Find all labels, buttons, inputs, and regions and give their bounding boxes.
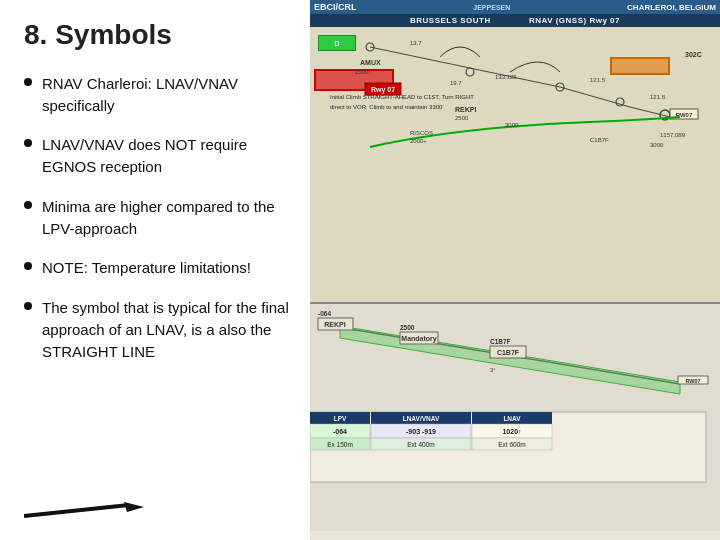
svg-point-8 [616, 98, 624, 106]
svg-text:C1B7F: C1B7F [490, 338, 511, 345]
svg-text:3000: 3000 [505, 122, 519, 128]
svg-text:2500: 2500 [455, 115, 469, 121]
svg-point-9 [660, 110, 670, 120]
bullet-dot [24, 201, 32, 209]
svg-rect-10 [670, 109, 698, 119]
bottom-arrow [24, 492, 292, 520]
svg-text:3000: 3000 [650, 142, 664, 148]
svg-rect-60 [310, 438, 370, 450]
bullet-text: The symbol that is typical for the final… [42, 297, 292, 362]
chart-location: CHARLEROI, BELGIUM [627, 3, 716, 12]
svg-text:121.8: 121.8 [650, 94, 666, 100]
svg-marker-34 [340, 326, 680, 394]
svg-rect-35 [678, 376, 708, 384]
svg-text:121.5: 121.5 [590, 77, 606, 83]
svg-line-3 [560, 87, 630, 107]
chart-profile-svg: RW07 REKPI Mandatory C1B7F -064 2500 C1B… [310, 304, 720, 531]
bullet-list: RNAV Charleroi: LNAV/VNAV specifically L… [24, 73, 292, 492]
svg-text:1157.089: 1157.089 [660, 132, 686, 138]
list-item: The symbol that is typical for the final… [24, 297, 292, 362]
svg-point-5 [366, 43, 374, 51]
svg-text:Mandatory: Mandatory [401, 335, 437, 343]
list-item: RNAV Charleroi: LNAV/VNAV specifically [24, 73, 292, 117]
svg-text:AMUX: AMUX [360, 59, 381, 66]
svg-marker-1 [124, 502, 144, 512]
svg-rect-62 [371, 438, 471, 450]
svg-text:-903   -919: -903 -919 [406, 428, 436, 435]
svg-text:19.7: 19.7 [450, 80, 462, 86]
svg-rect-41 [490, 346, 526, 358]
svg-point-6 [466, 68, 474, 76]
bullet-text: Minima are higher compared to the LPV-ap… [42, 196, 292, 240]
list-item: Minima are higher compared to the LPV-ap… [24, 196, 292, 240]
chart-title-bar: BRUSSELS SOUTH RNAV (GNSS) Rwy 07 [310, 14, 720, 27]
svg-text:LPV: LPV [334, 415, 347, 422]
svg-line-4 [630, 107, 670, 117]
svg-rect-37 [318, 318, 353, 330]
svg-text:REKPI: REKPI [324, 321, 345, 328]
svg-text:2500: 2500 [400, 324, 415, 331]
red-highlight-box [314, 69, 394, 91]
chart-rnav-label: RNAV (GNSS) Rwy 07 [529, 16, 620, 25]
svg-text:LNAV/VNAV: LNAV/VNAV [403, 415, 440, 422]
svg-line-2 [370, 47, 560, 87]
svg-rect-50 [371, 412, 471, 424]
green-d-box: D [318, 35, 356, 51]
svg-text:direct to VOR. Climb to and ma: direct to VOR. Climb to and maintain 330… [330, 104, 444, 110]
list-item: NOTE: Temperature limitations! [24, 257, 292, 279]
svg-rect-54 [310, 424, 370, 438]
bullet-text: RNAV Charleroi: LNAV/VNAV specifically [42, 73, 292, 117]
svg-rect-39 [400, 332, 438, 344]
svg-line-0 [24, 505, 129, 516]
svg-text:133.125: 133.125 [495, 74, 517, 80]
chart-bottom-section: RW07 REKPI Mandatory C1B7F -064 2500 C1B… [310, 304, 720, 531]
svg-rect-58 [472, 424, 552, 438]
svg-text:302C: 302C [685, 51, 702, 58]
svg-text:RISCOS: RISCOS [410, 130, 433, 136]
svg-text:-064: -064 [318, 310, 331, 317]
svg-text:Ext 600m: Ext 600m [498, 441, 525, 448]
svg-text:1020↑: 1020↑ [502, 428, 521, 435]
svg-rect-56 [371, 424, 471, 438]
page-title: 8. Symbols [24, 20, 292, 51]
chart-header: EBCI/CRL JEPPESEN CHARLEROI, BELGIUM [310, 0, 720, 14]
svg-line-33 [320, 324, 680, 384]
right-panel: EBCI/CRL JEPPESEN CHARLEROI, BELGIUM BRU… [310, 0, 720, 540]
svg-text:REKPI: REKPI [455, 106, 476, 113]
list-item: LNAV/VNAV does NOT require EGNOS recepti… [24, 134, 292, 178]
left-panel: 8. Symbols RNAV Charleroi: LNAV/VNAV spe… [0, 0, 310, 540]
chart-airline-code: EBCI/CRL [314, 2, 357, 12]
svg-text:Initial Climb STRAIGHT-AHEAD t: Initial Climb STRAIGHT-AHEAD to C1ST, Tu… [330, 94, 474, 100]
svg-rect-48 [310, 412, 370, 424]
svg-text:Ext 400m: Ext 400m [407, 441, 434, 448]
arrow-symbol [24, 502, 144, 520]
bullet-dot [24, 302, 32, 310]
svg-text:RW07: RW07 [676, 112, 693, 118]
svg-text:C1B7F: C1B7F [497, 349, 520, 356]
bullet-text: NOTE: Temperature limitations! [42, 257, 292, 279]
jeppesen-label: JEPPESEN [473, 4, 510, 11]
green-box-text: D [334, 40, 339, 47]
svg-text:-064: -064 [333, 428, 347, 435]
svg-text:Ex 150m: Ex 150m [327, 441, 353, 448]
svg-point-7 [556, 83, 564, 91]
svg-text:13.7: 13.7 [410, 40, 422, 46]
svg-rect-64 [472, 438, 552, 450]
svg-rect-47 [310, 412, 706, 482]
svg-text:2000+: 2000+ [410, 138, 427, 144]
bullet-dot [24, 78, 32, 86]
bullet-dot [24, 139, 32, 147]
svg-rect-32 [310, 304, 720, 531]
svg-rect-52 [472, 412, 552, 424]
svg-text:RW07: RW07 [685, 378, 700, 384]
bullet-dot [24, 262, 32, 270]
orange-highlight-box [610, 57, 670, 75]
chart-area: EBCI/CRL JEPPESEN CHARLEROI, BELGIUM BRU… [310, 0, 720, 540]
bullet-text: LNAV/VNAV does NOT require EGNOS recepti… [42, 134, 292, 178]
chart-top-section: D [310, 27, 720, 304]
chart-title: BRUSSELS SOUTH [410, 16, 491, 25]
svg-text:3°: 3° [490, 367, 496, 373]
svg-text:C1B7F: C1B7F [590, 137, 609, 143]
chart-body: D [310, 27, 720, 531]
svg-text:LNAV: LNAV [503, 415, 521, 422]
